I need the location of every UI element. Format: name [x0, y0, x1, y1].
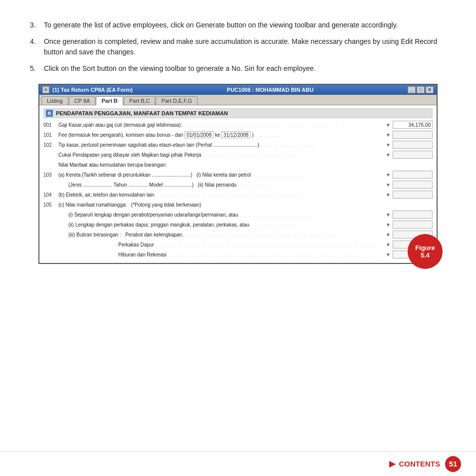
- step-5-text: Click on the Sort button on the viewing …: [44, 63, 446, 74]
- desc-105i: (i) Separuh lengkap dengan perabot/penya…: [68, 212, 386, 218]
- step-5-num: 5.: [30, 63, 44, 74]
- step-3: 3. To generate the list of active employ…: [30, 20, 446, 30]
- input-icon-105i: ▼: [386, 212, 393, 218]
- desc-103a: (a) Kereta (Tarikh sebenar di peruntukka…: [58, 172, 386, 178]
- input-icon-001: ▼: [386, 122, 393, 128]
- code-102: 102: [43, 142, 58, 148]
- desc-103jenis: (Jenis ..................... Tahun .....…: [68, 182, 386, 188]
- code-105: 105: [43, 202, 58, 208]
- tab-listing[interactable]: Listing: [41, 96, 68, 105]
- date-to[interactable]: 31/12/2008: [222, 131, 250, 138]
- input-icon-103a: ▼: [386, 172, 393, 178]
- desc-105ii: (ii) Lengkap dengan perkakas dapur, ping…: [68, 222, 386, 228]
- tab-cp8a[interactable]: CP 8A: [69, 96, 96, 105]
- step-5: 5. Click on the Sort button on the viewi…: [30, 63, 446, 74]
- step-4: 4. Once generation is completed, review …: [30, 36, 446, 57]
- row-001: 001 Gaji Kasar,upah atau gaj cuti (terma…: [43, 120, 433, 129]
- desc-104: (b) Elektrik, air, telefon dan kemudahan…: [58, 192, 386, 198]
- input-icon-102: ▼: [386, 142, 393, 148]
- window-body: B PENDAPATAN PENGGAJIAN, MANFAAT DAN TEM…: [39, 105, 437, 263]
- input-icon-104: ▼: [386, 192, 393, 198]
- window-title-left: (1) Tax Return CP8A (EA Form): [52, 87, 133, 93]
- value-102[interactable]: [393, 141, 433, 149]
- input-icon-hiburan: ▼: [386, 252, 393, 257]
- desc-perkakas: Perkakas Dapur . . . . . . . . . . . . .…: [118, 242, 386, 247]
- section-icon: B: [46, 110, 53, 117]
- step-4-num: 4.: [30, 36, 44, 57]
- row-hiburan: Hiburan dan Rekreasi . . . . . . . . . .…: [43, 250, 433, 259]
- window-controls: _ □ ✕: [408, 86, 434, 93]
- figure-label: Figure: [415, 244, 435, 251]
- window-titlebar: = (1) Tax Return CP8A (EA Form) PUC1006 …: [39, 85, 437, 95]
- step-3-num: 3.: [30, 20, 44, 30]
- section-header: B PENDAPATAN PENGGAJIAN, MANFAAT DAN TEM…: [43, 108, 433, 118]
- footer-bar: ▶ CONTENTS 51: [0, 451, 476, 476]
- value-103jenis[interactable]: [393, 181, 433, 189]
- figure-number: 5.4: [421, 251, 430, 259]
- row-105iii: (iii) Butiran berasingan : Perabot dan k…: [43, 230, 433, 239]
- value-101[interactable]: [393, 131, 433, 139]
- tab-partbc[interactable]: Part B,C: [124, 96, 156, 105]
- window-title-center: PUC1006 : MOHAMMAD BIN ABU: [227, 87, 314, 93]
- title-left: = (1) Tax Return CP8A (EA Form): [42, 86, 133, 93]
- code-103: 103: [43, 172, 58, 178]
- figure-badge: Figure 5.4: [408, 234, 443, 269]
- desc-001: Gaji Kasar,upah atau gaj cuti (termasuk …: [58, 122, 386, 128]
- tabs-bar: Listing CP 8A Part B Part B,C Part D,E,F…: [39, 95, 437, 105]
- window-icon: =: [42, 86, 49, 93]
- maximize-button[interactable]: □: [417, 86, 425, 93]
- code-101: 101: [43, 132, 58, 138]
- contents-label: CONTENTS: [399, 460, 441, 468]
- value-cukai[interactable]: [393, 151, 433, 159]
- desc-101: Fee (termasuk fee pengarah), komisen ata…: [58, 131, 386, 138]
- desc-cukai: Cukai Pendapatan yang dibayar oleh Majik…: [58, 152, 386, 158]
- row-105i: (i) Separuh lengkap dengan perabot/penya…: [43, 210, 433, 219]
- desc-102: Tip kasar, pertuisit penerimaan saguhati…: [58, 142, 386, 148]
- figure-container: = (1) Tax Return CP8A (EA Form) PUC1006 …: [38, 84, 438, 264]
- row-104: 104 (b) Elektrik, air, telefon dan kemud…: [43, 190, 433, 199]
- code-001: 001: [43, 122, 58, 128]
- input-icon-perkakas: ▼: [386, 242, 393, 247]
- desc-105header: (c) Nilai manfaat rumahtangga: (*Potong …: [58, 202, 433, 208]
- row-102: 102 Tip kasar, pertuisit penerimaan sagu…: [43, 140, 433, 149]
- code-104: 104: [43, 192, 58, 198]
- input-icon-103jenis: ▼: [386, 182, 393, 188]
- contents-button[interactable]: ▶ CONTENTS: [389, 459, 441, 469]
- row-cukai: Cukai Pendapatan yang dibayar oleh Majik…: [43, 150, 433, 159]
- contents-arrow-icon: ▶: [389, 459, 395, 469]
- row-101: 101 Fee (termasuk fee pengarah), komisen…: [43, 130, 433, 139]
- input-icon-cukai: ▼: [386, 152, 393, 158]
- steps-list: 3. To generate the list of active employ…: [30, 20, 446, 74]
- value-105ii[interactable]: [393, 221, 433, 229]
- desc-105iii: (iii) Butiran berasingan : Perabot dan k…: [68, 232, 386, 238]
- step-3-text: To generate the list of active employees…: [44, 20, 446, 30]
- value-104[interactable]: [393, 191, 433, 199]
- value-105i[interactable]: [393, 211, 433, 219]
- row-105header: 105 (c) Nilai manfaat rumahtangga: (*Pot…: [43, 200, 433, 209]
- input-icon-105ii: ▼: [386, 222, 393, 228]
- tab-partdefg[interactable]: Part D,E,F,G: [156, 96, 198, 105]
- input-icon-105iii: ▼: [386, 232, 393, 238]
- page-number-badge: 51: [445, 456, 461, 472]
- desc-nilaimanfaat: Nilai Manfaat atau kemudahan berupa bara…: [58, 162, 433, 168]
- tab-partb[interactable]: Part B: [96, 96, 123, 105]
- minimize-button[interactable]: _: [408, 86, 416, 93]
- section-title: PENDAPATAN PENGGAJIAN, MANFAAT DAN TEMPA…: [56, 110, 228, 116]
- input-icon-101: ▼: [386, 132, 393, 138]
- desc-hiburan: Hiburan dan Rekreasi . . . . . . . . . .…: [118, 252, 386, 257]
- row-105ii: (ii) Lengkap dengan perkakas dapur, ping…: [43, 220, 433, 229]
- close-button[interactable]: ✕: [426, 86, 434, 93]
- app-window: = (1) Tax Return CP8A (EA Form) PUC1006 …: [38, 84, 438, 264]
- row-nilaimanfaat: Nilai Manfaat atau kemudahan berupa bara…: [43, 160, 433, 169]
- value-001[interactable]: 34,176.00: [393, 121, 433, 129]
- row-103a: 103 (a) Kereta (Tarikh sebenar di perunt…: [43, 170, 433, 179]
- step-4-text: Once generation is completed, review and…: [44, 36, 446, 57]
- value-103a[interactable]: [393, 171, 433, 179]
- page-content: 3. To generate the list of active employ…: [0, 0, 476, 279]
- row-perkakas: Perkakas Dapur . . . . . . . . . . . . .…: [43, 240, 433, 249]
- page-number: 51: [449, 460, 458, 468]
- row-103jenis: (Jenis ..................... Tahun .....…: [43, 180, 433, 189]
- date-from[interactable]: 01/01/2008: [185, 131, 214, 138]
